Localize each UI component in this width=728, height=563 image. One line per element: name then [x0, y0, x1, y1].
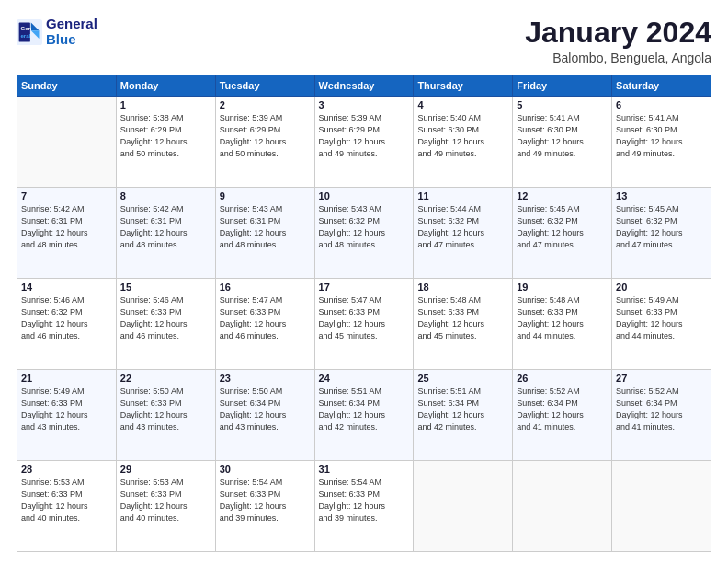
logo: Gen eral General Blue — [17, 17, 97, 47]
calendar-week-3: 14Sunrise: 5:46 AM Sunset: 6:32 PM Dayli… — [17, 279, 711, 370]
day-number: 7 — [21, 190, 112, 201]
calendar-week-4: 21Sunrise: 5:49 AM Sunset: 6:33 PM Dayli… — [17, 370, 711, 461]
svg-text:Gen: Gen — [20, 25, 31, 31]
calendar-cell — [513, 461, 612, 552]
day-info: Sunrise: 5:42 AM Sunset: 6:31 PM Dayligh… — [21, 203, 112, 251]
calendar-cell — [414, 461, 513, 552]
header: Gen eral General Blue January 2024 Balom… — [17, 17, 711, 65]
calendar-cell: 12Sunrise: 5:45 AM Sunset: 6:32 PM Dayli… — [513, 188, 612, 279]
calendar-header-monday: Monday — [116, 75, 215, 97]
day-number: 5 — [517, 99, 608, 110]
calendar-cell: 20Sunrise: 5:49 AM Sunset: 6:33 PM Dayli… — [612, 279, 711, 370]
day-info: Sunrise: 5:51 AM Sunset: 6:34 PM Dayligh… — [417, 385, 508, 433]
day-number: 23 — [220, 373, 311, 384]
day-number: 30 — [220, 464, 311, 475]
calendar-cell: 6Sunrise: 5:41 AM Sunset: 6:30 PM Daylig… — [612, 97, 711, 188]
calendar-cell — [17, 97, 117, 188]
calendar-cell: 21Sunrise: 5:49 AM Sunset: 6:33 PM Dayli… — [17, 370, 117, 461]
day-number: 18 — [417, 282, 508, 293]
day-info: Sunrise: 5:48 AM Sunset: 6:33 PM Dayligh… — [517, 294, 608, 342]
day-info: Sunrise: 5:45 AM Sunset: 6:32 PM Dayligh… — [517, 203, 608, 251]
calendar-header-friday: Friday — [513, 75, 612, 97]
day-number: 11 — [417, 190, 508, 201]
day-info: Sunrise: 5:53 AM Sunset: 6:33 PM Dayligh… — [120, 477, 211, 524]
calendar-cell: 25Sunrise: 5:51 AM Sunset: 6:34 PM Dayli… — [414, 370, 513, 461]
calendar-cell — [612, 461, 711, 552]
day-info: Sunrise: 5:54 AM Sunset: 6:33 PM Dayligh… — [319, 477, 410, 524]
calendar-cell: 17Sunrise: 5:47 AM Sunset: 6:33 PM Dayli… — [314, 279, 414, 370]
day-number: 13 — [616, 190, 707, 201]
calendar-week-2: 7Sunrise: 5:42 AM Sunset: 6:31 PM Daylig… — [17, 188, 711, 279]
svg-text:eral: eral — [20, 32, 30, 39]
day-info: Sunrise: 5:49 AM Sunset: 6:33 PM Dayligh… — [21, 385, 112, 433]
day-number: 4 — [417, 99, 508, 110]
day-number: 15 — [120, 282, 211, 293]
calendar-header-sunday: Sunday — [17, 75, 117, 97]
day-number: 26 — [517, 373, 608, 384]
calendar-cell: 4Sunrise: 5:40 AM Sunset: 6:30 PM Daylig… — [414, 97, 513, 188]
calendar-cell: 24Sunrise: 5:51 AM Sunset: 6:34 PM Dayli… — [314, 370, 414, 461]
day-number: 28 — [21, 464, 112, 475]
day-number: 1 — [120, 99, 211, 110]
day-info: Sunrise: 5:52 AM Sunset: 6:34 PM Dayligh… — [616, 385, 707, 433]
calendar-header-saturday: Saturday — [612, 75, 711, 97]
day-number: 9 — [220, 190, 311, 201]
main-title: January 2024 — [525, 17, 711, 49]
calendar-cell: 19Sunrise: 5:48 AM Sunset: 6:33 PM Dayli… — [513, 279, 612, 370]
calendar-cell: 9Sunrise: 5:43 AM Sunset: 6:31 PM Daylig… — [215, 188, 314, 279]
calendar-header-row: SundayMondayTuesdayWednesdayThursdayFrid… — [17, 75, 711, 97]
day-number: 29 — [120, 464, 211, 475]
day-number: 21 — [21, 373, 112, 384]
day-number: 3 — [319, 99, 410, 110]
day-info: Sunrise: 5:38 AM Sunset: 6:29 PM Dayligh… — [120, 112, 211, 160]
day-info: Sunrise: 5:51 AM Sunset: 6:34 PM Dayligh… — [319, 385, 410, 433]
calendar-cell: 8Sunrise: 5:42 AM Sunset: 6:31 PM Daylig… — [116, 188, 215, 279]
calendar-cell: 5Sunrise: 5:41 AM Sunset: 6:30 PM Daylig… — [513, 97, 612, 188]
day-info: Sunrise: 5:43 AM Sunset: 6:31 PM Dayligh… — [220, 203, 311, 251]
calendar-cell: 11Sunrise: 5:44 AM Sunset: 6:32 PM Dayli… — [414, 188, 513, 279]
day-info: Sunrise: 5:47 AM Sunset: 6:33 PM Dayligh… — [220, 294, 311, 342]
calendar-cell: 15Sunrise: 5:46 AM Sunset: 6:33 PM Dayli… — [116, 279, 215, 370]
day-info: Sunrise: 5:54 AM Sunset: 6:33 PM Dayligh… — [220, 477, 311, 524]
day-info: Sunrise: 5:39 AM Sunset: 6:29 PM Dayligh… — [319, 112, 410, 160]
calendar-cell: 3Sunrise: 5:39 AM Sunset: 6:29 PM Daylig… — [314, 97, 414, 188]
calendar-cell: 26Sunrise: 5:52 AM Sunset: 6:34 PM Dayli… — [513, 370, 612, 461]
day-info: Sunrise: 5:53 AM Sunset: 6:33 PM Dayligh… — [21, 477, 112, 524]
day-info: Sunrise: 5:39 AM Sunset: 6:29 PM Dayligh… — [220, 112, 311, 160]
day-info: Sunrise: 5:46 AM Sunset: 6:32 PM Dayligh… — [21, 294, 112, 342]
day-info: Sunrise: 5:49 AM Sunset: 6:33 PM Dayligh… — [616, 294, 707, 342]
day-info: Sunrise: 5:42 AM Sunset: 6:31 PM Dayligh… — [120, 203, 211, 251]
calendar-cell: 27Sunrise: 5:52 AM Sunset: 6:34 PM Dayli… — [612, 370, 711, 461]
calendar-cell: 22Sunrise: 5:50 AM Sunset: 6:33 PM Dayli… — [116, 370, 215, 461]
calendar-week-1: 1Sunrise: 5:38 AM Sunset: 6:29 PM Daylig… — [17, 97, 711, 188]
day-info: Sunrise: 5:50 AM Sunset: 6:33 PM Dayligh… — [120, 385, 211, 433]
day-number: 24 — [319, 373, 410, 384]
day-info: Sunrise: 5:46 AM Sunset: 6:33 PM Dayligh… — [120, 294, 211, 342]
day-info: Sunrise: 5:52 AM Sunset: 6:34 PM Dayligh… — [517, 385, 608, 433]
day-number: 27 — [616, 373, 707, 384]
day-info: Sunrise: 5:48 AM Sunset: 6:33 PM Dayligh… — [417, 294, 508, 342]
calendar-header-wednesday: Wednesday — [314, 75, 414, 97]
calendar-table: SundayMondayTuesdayWednesdayThursdayFrid… — [17, 75, 711, 552]
calendar-cell: 28Sunrise: 5:53 AM Sunset: 6:33 PM Dayli… — [17, 461, 117, 552]
day-number: 19 — [517, 282, 608, 293]
day-number: 22 — [120, 373, 211, 384]
calendar-week-5: 28Sunrise: 5:53 AM Sunset: 6:33 PM Dayli… — [17, 461, 711, 552]
day-number: 17 — [319, 282, 410, 293]
calendar-cell: 29Sunrise: 5:53 AM Sunset: 6:33 PM Dayli… — [116, 461, 215, 552]
calendar-cell: 1Sunrise: 5:38 AM Sunset: 6:29 PM Daylig… — [116, 97, 215, 188]
day-info: Sunrise: 5:47 AM Sunset: 6:33 PM Dayligh… — [319, 294, 410, 342]
day-info: Sunrise: 5:43 AM Sunset: 6:32 PM Dayligh… — [319, 203, 410, 251]
page: Gen eral General Blue January 2024 Balom… — [0, 0, 728, 563]
day-number: 20 — [616, 282, 707, 293]
day-number: 25 — [417, 373, 508, 384]
calendar-cell: 2Sunrise: 5:39 AM Sunset: 6:29 PM Daylig… — [215, 97, 314, 188]
day-info: Sunrise: 5:40 AM Sunset: 6:30 PM Dayligh… — [417, 112, 508, 160]
calendar-header-thursday: Thursday — [414, 75, 513, 97]
calendar-cell: 13Sunrise: 5:45 AM Sunset: 6:32 PM Dayli… — [612, 188, 711, 279]
day-info: Sunrise: 5:50 AM Sunset: 6:34 PM Dayligh… — [220, 385, 311, 433]
day-info: Sunrise: 5:41 AM Sunset: 6:30 PM Dayligh… — [616, 112, 707, 160]
subtitle: Balombo, Benguela, Angola — [525, 51, 711, 65]
title-area: January 2024 Balombo, Benguela, Angola — [525, 17, 711, 65]
day-number: 10 — [319, 190, 410, 201]
